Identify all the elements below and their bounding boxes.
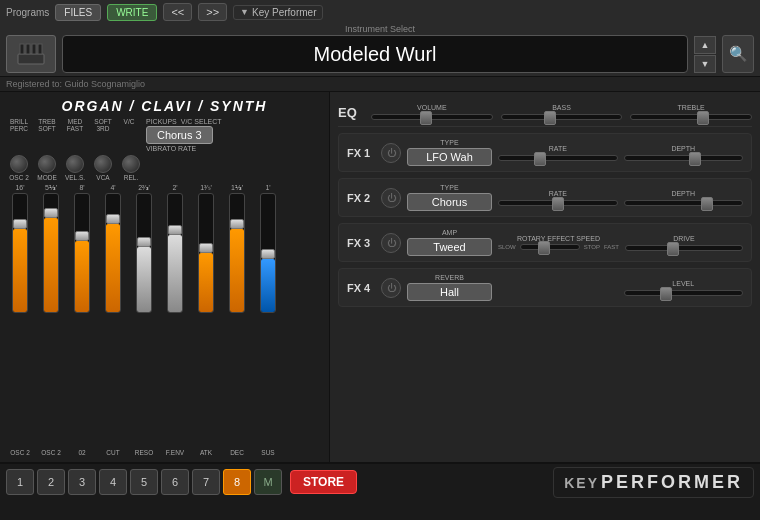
fx1-rate-label: RATE (549, 145, 567, 152)
drawbar-track-3[interactable] (105, 193, 121, 313)
preset-button-4[interactable]: 4 (99, 469, 127, 495)
fx2-depth-thumb[interactable] (701, 197, 713, 211)
drawbar-handle-3[interactable] (106, 214, 120, 224)
fx1-power-btn[interactable]: ⏻ (381, 143, 401, 163)
drawbar-top-label-2: 8' (68, 184, 96, 192)
vca-label: VCA (96, 174, 109, 181)
fx3-drive-slider[interactable] (625, 245, 743, 251)
drawbar-col-4[interactable] (130, 193, 158, 447)
instrument-down-button[interactable]: ▼ (694, 55, 716, 73)
drawbar-handle-0[interactable] (13, 219, 27, 229)
store-button[interactable]: STORE (290, 470, 357, 494)
fx3-amp-value[interactable]: Tweed (407, 238, 492, 256)
fx4-level-thumb[interactable] (660, 287, 672, 301)
drawbar-handle-8[interactable] (261, 249, 275, 259)
search-button[interactable]: 🔍 (722, 35, 754, 73)
drawbar-bot-label-8: SUS (254, 449, 282, 456)
preset-button-3[interactable]: 3 (68, 469, 96, 495)
drawbar-handle-4[interactable] (137, 237, 151, 247)
svg-rect-2 (26, 44, 30, 54)
drawbar-track-6[interactable] (198, 193, 214, 313)
preset-button-1[interactable]: 1 (6, 469, 34, 495)
preset-button-7[interactable]: 7 (192, 469, 220, 495)
preset-button-5[interactable]: 5 (130, 469, 158, 495)
drawbar-track-1[interactable] (43, 193, 59, 313)
vels-knob[interactable] (66, 155, 84, 173)
fx4-power-btn[interactable]: ⏻ (381, 278, 401, 298)
eq-bass-slider[interactable] (501, 114, 623, 120)
eq-treble-thumb[interactable] (697, 111, 709, 125)
vca-knob[interactable] (94, 155, 112, 173)
eq-bass-thumb[interactable] (544, 111, 556, 125)
fx2-rate-slider[interactable] (498, 200, 618, 206)
drawbar-handle-2[interactable] (75, 231, 89, 241)
fx1-depth-slider[interactable] (624, 155, 744, 161)
fx3-power-btn[interactable]: ⏻ (381, 233, 401, 253)
drawbar-track-4[interactable] (136, 193, 152, 313)
fx2-type-value[interactable]: Chorus (407, 193, 492, 211)
fx2-depth-slider[interactable] (624, 200, 744, 206)
drawbar-col-0[interactable] (6, 193, 34, 447)
fx1-depth-thumb[interactable] (689, 152, 701, 166)
instrument-name-display[interactable]: Modeled Wurl (62, 35, 688, 73)
fx2-rate-thumb[interactable] (552, 197, 564, 211)
mode-label: MODE (37, 174, 57, 181)
drawbar-col-5[interactable] (161, 193, 189, 447)
fx4-reverb-value[interactable]: Hall (407, 283, 492, 301)
fx3-rotary-slider[interactable] (520, 244, 580, 250)
drawbar-col-8[interactable] (254, 193, 282, 447)
nav-next-button[interactable]: >> (198, 3, 227, 21)
fx1-rate-slider[interactable] (498, 155, 618, 161)
osc2-knob[interactable] (10, 155, 28, 173)
rel-knob[interactable] (122, 155, 140, 173)
preset-button-6[interactable]: 6 (161, 469, 189, 495)
fx4-level-slider[interactable] (624, 290, 744, 296)
fx3-drive-thumb[interactable] (667, 242, 679, 256)
fx3-rotary-thumb[interactable] (538, 241, 550, 255)
drawbar-track-7[interactable] (229, 193, 245, 313)
drawbar-track-8[interactable] (260, 193, 276, 313)
drawbar-col-1[interactable] (37, 193, 65, 447)
chorus-button[interactable]: Chorus 3 (146, 126, 213, 144)
eq-bass-label: BASS (552, 104, 571, 111)
vibrato-rate-label: VIBRATO RATE (146, 145, 196, 152)
fx1-rate-thumb[interactable] (534, 152, 546, 166)
preset-button-8[interactable]: 8 (223, 469, 251, 495)
eq-treble-slider[interactable] (630, 114, 752, 120)
instrument-select-label: Instrument Select (345, 24, 415, 34)
fx1-type-value[interactable]: LFO Wah (407, 148, 492, 166)
fx2-label: FX 2 (347, 192, 375, 204)
drawbar-col-6[interactable] (192, 193, 220, 447)
drawbar-handle-7[interactable] (230, 219, 244, 229)
drawbar-handle-5[interactable] (168, 225, 182, 235)
eq-volume-slider[interactable] (371, 114, 493, 120)
drawbar-col-7[interactable] (223, 193, 251, 447)
write-button[interactable]: WRITE (107, 4, 157, 21)
eq-volume-thumb[interactable] (420, 111, 432, 125)
drawbar-top-label-7: 1⅓' (223, 184, 251, 192)
instrument-up-button[interactable]: ▲ (694, 36, 716, 54)
drawbar-track-2[interactable] (74, 193, 90, 313)
drawbar-handle-6[interactable] (199, 243, 213, 253)
drawbar-bot-label-1: OSC 2 (37, 449, 65, 456)
drawbar-fill-3 (106, 224, 120, 313)
fx2-power-btn[interactable]: ⏻ (381, 188, 401, 208)
drawbar-col-2[interactable] (68, 193, 96, 447)
files-button[interactable]: FILES (55, 4, 101, 21)
eq-treble-label: TREBLE (678, 104, 705, 111)
nav-prev-button[interactable]: << (163, 3, 192, 21)
mode-knob[interactable] (38, 155, 56, 173)
preset-button-2[interactable]: 2 (37, 469, 65, 495)
fx2-rate-group: RATE (498, 190, 618, 206)
drawbar-col-3[interactable] (99, 193, 127, 447)
drawbar-handle-1[interactable] (44, 208, 58, 218)
preset-button-m[interactable]: M (254, 469, 282, 495)
drawbar-track-0[interactable] (12, 193, 28, 313)
fx1-depth-group: DEPTH (624, 145, 744, 161)
fx1-type-label: TYPE (440, 139, 458, 146)
fx2-depth-label: DEPTH (671, 190, 695, 197)
drawbar-track-5[interactable] (167, 193, 183, 313)
brill-perc-label: BRILLPERC (6, 118, 32, 132)
drawbar-bot-label-2: 02 (68, 449, 96, 456)
fx1-depth-label: DEPTH (671, 145, 695, 152)
